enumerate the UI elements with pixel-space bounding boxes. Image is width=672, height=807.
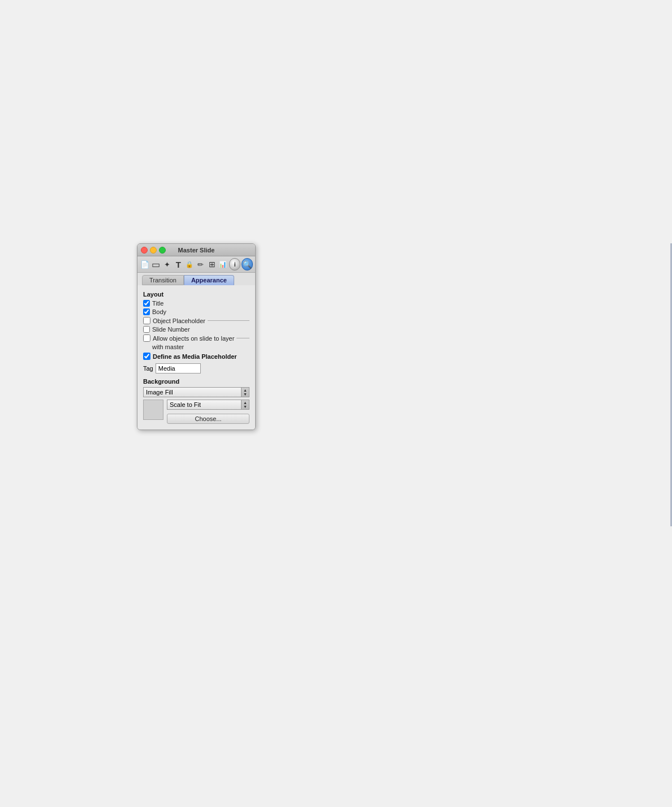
new-doc-icon[interactable]: 📄 bbox=[140, 259, 150, 270]
window-title: Master Slide bbox=[178, 247, 215, 254]
scale-type-select[interactable]: Scale to Fit Scale to Fill Stretch Tile bbox=[167, 400, 249, 410]
tag-row: Tag bbox=[143, 363, 249, 374]
fill-type-select-wrapper: Image Fill Color Fill Gradient Fill No F… bbox=[143, 387, 249, 397]
title-checkbox-row: Title bbox=[143, 300, 249, 307]
background-section-label: Background bbox=[143, 378, 249, 385]
pencil-icon[interactable]: ✏ bbox=[196, 259, 206, 270]
object-placeholder-checkbox[interactable] bbox=[143, 317, 150, 324]
allow-objects-checkbox[interactable] bbox=[143, 334, 150, 342]
image-row: Scale to Fit Scale to Fill Stretch Tile … bbox=[143, 400, 249, 424]
tag-input[interactable] bbox=[156, 363, 201, 374]
slide-number-row: Slide Number bbox=[143, 326, 249, 333]
tag-label: Tag bbox=[143, 365, 153, 372]
maximize-button[interactable] bbox=[159, 247, 166, 254]
allow-objects-row: Allow objects on slide to layer bbox=[143, 334, 249, 342]
choose-button[interactable]: Choose... bbox=[167, 414, 249, 424]
star-icon[interactable]: ✦ bbox=[162, 259, 173, 270]
text-icon[interactable]: T bbox=[173, 259, 183, 270]
image-thumbnail bbox=[143, 400, 163, 420]
define-media-placeholder-checkbox[interactable] bbox=[143, 353, 150, 360]
fill-type-select[interactable]: Image Fill Color Fill Gradient Fill No F… bbox=[143, 387, 249, 397]
tab-transition[interactable]: Transition bbox=[142, 275, 184, 285]
divider-line bbox=[208, 320, 249, 321]
mask-icon[interactable]: 🔒 bbox=[184, 259, 195, 270]
master-slide-panel: Master Slide 📄 ▭ ✦ T 🔒 ✏ ⊞ 📊 i 🔍 Transit… bbox=[137, 243, 256, 430]
table-icon[interactable]: ⊞ bbox=[207, 259, 217, 270]
search-icon[interactable]: 🔍 bbox=[242, 258, 253, 271]
close-button[interactable] bbox=[141, 247, 148, 254]
define-media-placeholder-label: Define as Media Placeholder bbox=[153, 353, 237, 360]
toolbar: 📄 ▭ ✦ T 🔒 ✏ ⊞ 📊 i 🔍 bbox=[137, 256, 255, 273]
minimize-button[interactable] bbox=[150, 247, 157, 254]
divider-line-2 bbox=[236, 338, 249, 338]
title-label: Title bbox=[152, 300, 163, 307]
layout-section-label: Layout bbox=[143, 291, 249, 298]
object-placeholder-row: Object Placeholder bbox=[143, 317, 249, 324]
title-bar: Master Slide bbox=[137, 244, 255, 256]
info-icon[interactable]: i bbox=[229, 258, 240, 271]
with-master-label: with master bbox=[143, 344, 249, 350]
body-checkbox[interactable] bbox=[143, 308, 150, 315]
background-section: Background Image Fill Color Fill Gradien… bbox=[143, 378, 249, 424]
fill-type-row: Image Fill Color Fill Gradient Fill No F… bbox=[143, 387, 249, 397]
scale-type-select-wrapper: Scale to Fit Scale to Fill Stretch Tile … bbox=[167, 400, 249, 410]
panel-content: Layout Title Body Object Placeholder Sli… bbox=[137, 285, 255, 430]
body-checkbox-row: Body bbox=[143, 308, 249, 315]
title-checkbox[interactable] bbox=[143, 300, 150, 307]
chart-icon[interactable]: 📊 bbox=[218, 259, 229, 270]
allow-objects-label: Allow objects on slide to layer bbox=[153, 335, 234, 342]
rectangle-icon[interactable]: ▭ bbox=[151, 259, 161, 270]
scale-type-row: Scale to Fit Scale to Fill Stretch Tile … bbox=[167, 400, 249, 410]
window-controls bbox=[141, 247, 166, 254]
define-media-placeholder-row: Define as Media Placeholder bbox=[143, 353, 249, 360]
slide-number-checkbox[interactable] bbox=[143, 326, 150, 333]
body-label: Body bbox=[152, 308, 166, 315]
object-placeholder-label: Object Placeholder bbox=[153, 317, 205, 324]
tab-bar: Transition Appearance bbox=[137, 273, 255, 285]
slide-number-label: Slide Number bbox=[152, 326, 190, 333]
image-controls: Scale to Fit Scale to Fill Stretch Tile … bbox=[167, 400, 249, 424]
tab-appearance[interactable]: Appearance bbox=[184, 275, 234, 285]
